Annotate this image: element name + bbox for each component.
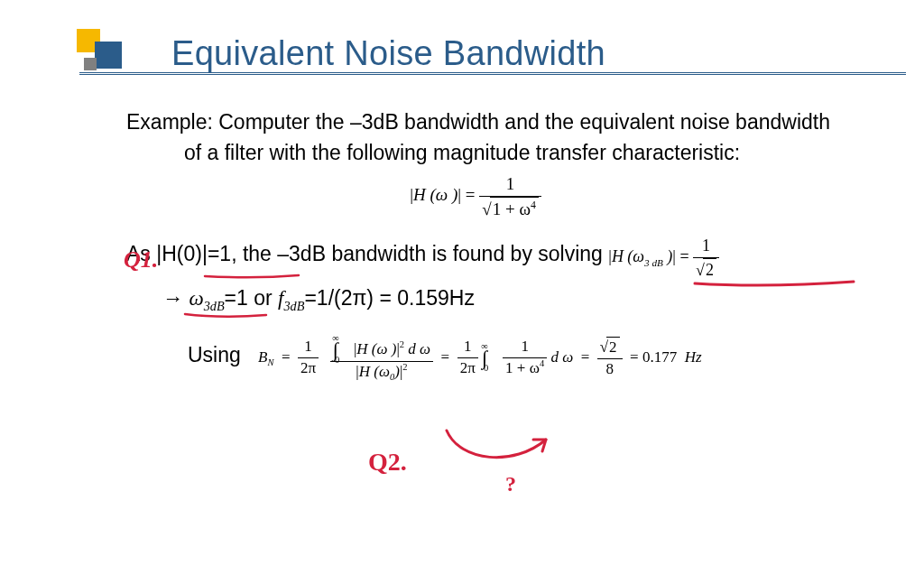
bn-eq2: = bbox=[441, 348, 450, 366]
bn-lhs-sub: N bbox=[267, 357, 273, 367]
bn-pre-frac: 1 2π bbox=[298, 337, 319, 379]
example-line-1: Example: Computer the –3dB bandwidth and… bbox=[126, 108, 879, 136]
solving-frac: 1 2 bbox=[693, 235, 719, 281]
tf-den: 1 + ω4 bbox=[479, 196, 541, 221]
equals-1: = bbox=[466, 185, 476, 204]
bn-mid-den: 1 + ω4 bbox=[503, 357, 547, 379]
solving-num: 1 bbox=[693, 235, 719, 256]
abs-close: | bbox=[457, 185, 461, 204]
annotation-underline-eq bbox=[695, 279, 857, 290]
annotation-underline-omega bbox=[185, 311, 271, 320]
annotation-underline-h0 bbox=[205, 273, 313, 282]
bn-mid-d: d ω bbox=[550, 348, 573, 366]
solving-den: 2 bbox=[693, 257, 719, 281]
f-sub: 3dB bbox=[283, 299, 304, 313]
svg-rect-1 bbox=[95, 42, 122, 69]
bn-unit: Hz bbox=[685, 348, 702, 366]
transfer-equation: |H (ω )| = 1 1 + ω4 bbox=[72, 172, 879, 220]
bn-mid-pre-num: 1 bbox=[457, 337, 478, 357]
sqrt-icon-2: 2 bbox=[696, 258, 716, 281]
bn-mid-num: 1 bbox=[503, 337, 547, 357]
bn-lhs: B bbox=[258, 348, 267, 366]
slide-title: Equivalent Noise Bandwidth bbox=[171, 34, 605, 73]
solving-mid: the –3dB bandwidth is found by solving bbox=[237, 243, 609, 266]
bn-line: Using BN = 1 2π ∫0∞ |H (ω )|2 d ω | bbox=[188, 334, 879, 383]
bn-main-den: |H (ω0)|2 bbox=[330, 361, 433, 383]
int-lower: 0 bbox=[335, 355, 339, 365]
sqrt-icon: 1 + ω4 bbox=[482, 197, 539, 221]
annotation-q1: Q1. bbox=[124, 248, 158, 272]
sqrt-icon-3: 2 bbox=[600, 337, 620, 358]
int2-upper: ∞ bbox=[481, 341, 488, 351]
denom-close: ) bbox=[394, 363, 400, 380]
square-cluster-icon bbox=[77, 27, 135, 77]
annotation-q2: Q2. bbox=[368, 450, 407, 475]
title-underline bbox=[79, 72, 906, 75]
int-upper: ∞ bbox=[332, 333, 339, 343]
bn-result-frac: 2 8 bbox=[597, 337, 623, 380]
svg-rect-2 bbox=[84, 58, 97, 70]
omega-sym: ω bbox=[189, 287, 203, 310]
abs-h-omega3db: H (ω3 dB ) bbox=[612, 247, 672, 265]
tf-den-pow: 4 bbox=[531, 199, 536, 210]
title-bullet-icon bbox=[77, 27, 135, 77]
abs-close-2: | bbox=[672, 247, 676, 265]
int2-lower: 0 bbox=[484, 363, 488, 373]
denom-abs: H (ω bbox=[359, 363, 390, 380]
result-mid: =1 or bbox=[225, 286, 278, 310]
integrand-pow: 2 bbox=[400, 339, 404, 349]
annotation-swoop bbox=[442, 426, 559, 476]
bn-eq4: = bbox=[630, 348, 639, 366]
example-line-2: of a filter with the following magnitude… bbox=[45, 139, 879, 167]
annotation-question-mark: ? bbox=[505, 473, 516, 495]
bn-result-num: 2 bbox=[597, 337, 623, 358]
bn-main-frac: ∫0∞ |H (ω )|2 d ω |H (ω0)|2 bbox=[330, 334, 433, 383]
bn-main-num: ∫0∞ |H (ω )|2 d ω bbox=[330, 334, 433, 361]
h0-condition: |H(0)|=1, bbox=[156, 243, 236, 266]
bn-math: BN = 1 2π ∫0∞ |H (ω )|2 d ω |H (ω0)|2 bbox=[258, 348, 702, 366]
arrow-icon: → bbox=[162, 286, 183, 310]
integrand-abs: H (ω ) bbox=[356, 340, 396, 357]
bn-value: 0.177 bbox=[642, 348, 677, 366]
bn-result-den: 8 bbox=[597, 358, 623, 380]
bn-mid-pre: 1 2π bbox=[457, 337, 478, 379]
bn-mid-frac: 1 1 + ω4 bbox=[503, 337, 547, 379]
d-omega: d ω bbox=[408, 340, 430, 357]
denom-pow: 2 bbox=[402, 362, 407, 372]
bn-mid-pre-den: 2π bbox=[457, 357, 478, 379]
tf-den-base: 1 + ω bbox=[493, 199, 531, 218]
using-label: Using bbox=[188, 343, 241, 366]
bn-eq1: = bbox=[282, 348, 291, 366]
tf-num: 1 bbox=[479, 172, 541, 196]
bn-pre-num: 1 bbox=[298, 337, 319, 357]
content-area: Example: Computer the –3dB bandwidth and… bbox=[126, 108, 879, 383]
bn-eq3: = bbox=[581, 348, 590, 366]
bn-pre-den: 2π bbox=[298, 357, 319, 379]
solving-rhs: |H (ω3 dB )| = 1 2 bbox=[608, 247, 719, 265]
slide: Equivalent Noise Bandwidth Example: Comp… bbox=[0, 0, 924, 584]
result-tail: =1/(2π) = 0.159Hz bbox=[304, 286, 474, 310]
abs-content: H (ω ) bbox=[413, 185, 457, 204]
transfer-fraction: 1 1 + ω4 bbox=[479, 172, 541, 220]
equals-2: = bbox=[679, 247, 688, 265]
